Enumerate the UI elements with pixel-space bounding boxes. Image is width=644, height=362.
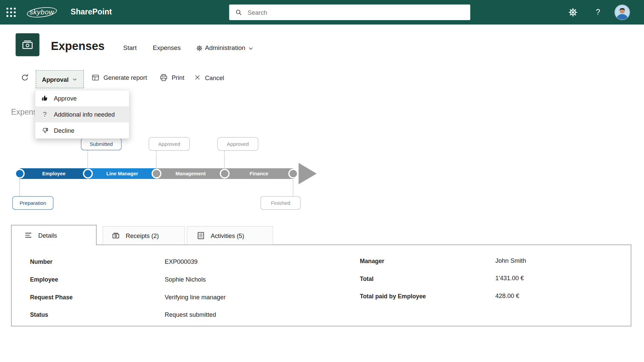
thumbs-down-icon <box>40 126 49 135</box>
search-input[interactable] <box>247 8 470 16</box>
question-icon: ? <box>40 110 49 119</box>
banknote-icon <box>111 231 120 240</box>
approval-dropdown-menu: Approve ? Additional info needed Decline <box>35 90 129 139</box>
tab-details-label: Details <box>38 232 57 239</box>
workflow-stage-employee: Employee <box>20 168 88 179</box>
nav-item-administration[interactable]: Administration <box>196 44 254 52</box>
report-icon <box>91 73 100 82</box>
search-icon <box>235 8 243 16</box>
field-value-manager: John Smith <box>495 257 526 265</box>
workflow-dot-5 <box>288 169 298 178</box>
field-value-total: 1'431.00 € <box>495 275 524 283</box>
field-label-manager: Manager <box>360 258 384 266</box>
field-label-employee: Employee <box>30 276 58 284</box>
close-icon <box>194 74 201 81</box>
menu-item-decline-label: Decline <box>54 127 74 134</box>
approval-dropdown-button[interactable]: Approval <box>36 70 84 88</box>
menu-item-approve-label: Approve <box>54 95 76 102</box>
menu-item-additional-info-label: Additional info needed <box>54 111 115 118</box>
user-avatar[interactable] <box>614 4 630 20</box>
search-box[interactable] <box>229 4 470 20</box>
workflow-dot-2 <box>83 169 93 178</box>
menu-item-decline[interactable]: Decline <box>35 122 129 138</box>
tab-activities[interactable]: Activities (5) <box>187 226 273 245</box>
nav-expenses-label: Expenses <box>153 44 181 52</box>
tab-activities-label: Activities (5) <box>211 232 244 239</box>
gear-icon <box>196 45 202 51</box>
app-launcher-waffle-icon[interactable] <box>5 7 17 18</box>
menu-item-additional-info-needed[interactable]: ? Additional info needed <box>35 106 129 122</box>
list-lines-icon <box>24 231 33 240</box>
connector-approved-2 <box>224 150 225 169</box>
milestone-preparation: Preparation <box>12 196 53 209</box>
field-label-status: Status <box>30 311 48 319</box>
refresh-button[interactable] <box>20 73 29 82</box>
cancel-label: Cancel <box>205 74 224 81</box>
generate-report-button[interactable]: Generate report <box>91 73 147 82</box>
skybow-logo: skybow <box>25 6 58 19</box>
page: skybow SharePoint ? <box>0 0 644 362</box>
site-title: Expenses <box>51 40 105 53</box>
workflow-dot-1 <box>15 169 24 178</box>
chevron-down-icon <box>248 45 254 51</box>
nav-administration-label: Administration <box>205 44 245 52</box>
field-value-request-phase: Verifying line manager <box>165 294 226 302</box>
nav-start-label: Start <box>123 44 137 52</box>
milestone-finished: Finished <box>260 196 301 209</box>
printer-icon <box>159 73 168 82</box>
sharepoint-brand-link[interactable]: SharePoint <box>71 7 112 16</box>
thumbs-up-icon <box>40 94 49 103</box>
connector-finished <box>293 178 293 196</box>
expenses-app-banknote-icon[interactable] <box>16 33 40 56</box>
milestone-submitted: Submitted <box>81 138 121 150</box>
approval-button-label: Approval <box>42 76 69 83</box>
connector-approved-1 <box>156 150 156 169</box>
workflow-dot-3 <box>152 169 161 178</box>
field-label-number: Number <box>30 258 52 266</box>
settings-gear-icon[interactable] <box>568 7 578 17</box>
connector-preparation <box>19 178 20 196</box>
print-button[interactable]: Print <box>159 73 184 82</box>
nav-item-start[interactable]: Start <box>123 44 137 52</box>
field-label-request-phase: Request Phase <box>30 294 72 302</box>
help-icon[interactable]: ? <box>593 7 603 17</box>
generate-report-label: Generate report <box>104 74 147 81</box>
tab-receipts[interactable]: Receipts (2) <box>103 226 185 245</box>
site-header: Expenses Start Expenses Administration <box>0 24 644 65</box>
field-label-total-paid-by-employee: Total paid by Employee <box>360 293 426 301</box>
workflow-dot-4 <box>220 169 229 178</box>
chevron-down-icon <box>72 76 77 82</box>
nav-item-expenses[interactable]: Expenses <box>153 44 181 52</box>
menu-item-approve[interactable]: Approve <box>35 90 129 106</box>
details-panel: Number EXP000039 Employee Sophie Nichols… <box>11 245 631 326</box>
cancel-button[interactable]: Cancel <box>194 74 224 81</box>
field-label-total: Total <box>360 276 374 284</box>
workflow-stage-finance: Finance <box>225 168 293 179</box>
workflow-stage-management: Management <box>157 168 225 179</box>
workflow-arrow-head <box>299 163 317 184</box>
refresh-icon <box>20 73 29 82</box>
connector-submitted <box>88 150 88 169</box>
print-label: Print <box>172 74 184 81</box>
suite-bar: skybow SharePoint ? <box>0 0 644 24</box>
milestone-approved-2: Approved <box>217 137 258 150</box>
tab-details[interactable]: Details <box>11 225 97 245</box>
workflow-stage-line-manager: Line Manager <box>88 168 156 179</box>
field-value-total-paid-by-employee: 428.00 € <box>495 292 519 300</box>
field-value-status: Request submitted <box>165 311 216 319</box>
field-value-number: EXP000039 <box>165 258 198 266</box>
activity-list-icon <box>196 231 205 240</box>
tab-receipts-label: Receipts (2) <box>126 232 159 239</box>
milestone-approved-1: Approved <box>149 137 190 150</box>
field-value-employee: Sophie Nichols <box>165 276 206 284</box>
command-toolbar: Approval Generate report <box>0 66 644 89</box>
skybow-logo-text: skybow <box>30 8 54 16</box>
